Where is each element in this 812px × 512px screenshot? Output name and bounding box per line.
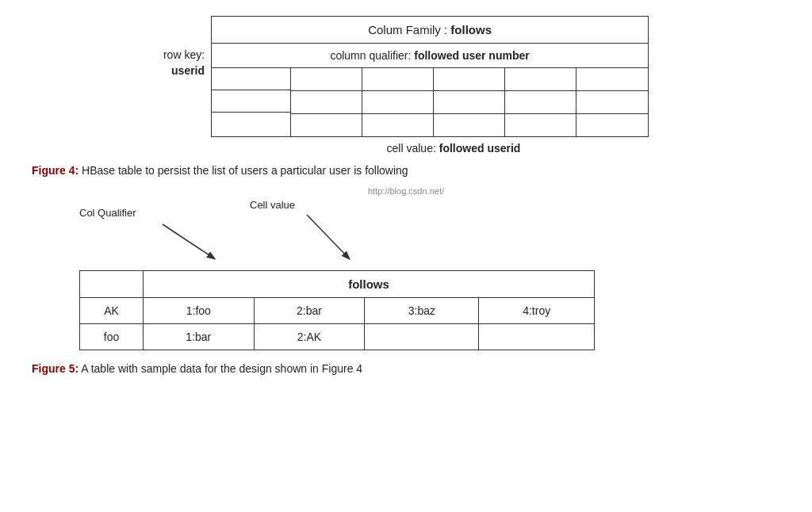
figure4-caption: Figure 4: HBase table to persist the lis… [32, 164, 780, 177]
watermark: http://blog.csdn.net/ [32, 186, 780, 196]
table2: follows AK 1:foo 2:bar 3:baz 4:troy foo … [79, 270, 595, 350]
row-key-text2: userid [171, 63, 205, 79]
follows-header: follows [144, 271, 595, 298]
col-qualifier-row: column qualifier: followed user number [212, 44, 648, 68]
figure5-text: A table with sample data for the design … [79, 362, 362, 375]
cell-value-bold: followed userid [439, 142, 521, 155]
cell-1bar: 1:bar [144, 324, 255, 350]
figure5-caption: Figure 5: A table with sample data for t… [32, 362, 780, 375]
diagram1: row key: userid Colum Family : follows c… [32, 16, 780, 155]
col-family-header: Colum Family : follows [212, 17, 648, 44]
cell-2ak: 2:AK [254, 324, 365, 350]
cell-empty1 [365, 324, 479, 350]
cell-2bar: 2:bar [254, 298, 365, 324]
table2-rowkey-header [80, 271, 144, 298]
cell-empty2 [479, 324, 595, 350]
figure5-label: Figure 5: [32, 362, 79, 375]
row-key-text1: row key: [163, 48, 205, 63]
annotation-arrows [79, 199, 396, 270]
cell-value-label: cell value: followed userid [387, 142, 521, 155]
svg-line-0 [163, 224, 214, 258]
col-family-name: follows [450, 23, 492, 36]
cell-1foo: 1:foo [144, 298, 255, 324]
row-key-ak: AK [80, 298, 144, 324]
row-key-label: row key: userid [163, 16, 211, 78]
col-qualifier-bold: followed user number [414, 49, 529, 62]
figure4-text: HBase table to persist the list of users… [79, 164, 408, 177]
svg-line-1 [307, 215, 349, 258]
table-row: foo 1:bar 2:AK [80, 324, 595, 350]
cell-4troy: 4:troy [479, 298, 595, 324]
annotation-area: Col Qualifier Cell value [79, 199, 780, 270]
row-key-foo: foo [80, 324, 144, 350]
table-row: AK 1:foo 2:bar 3:baz 4:troy [80, 298, 595, 324]
cell-3baz: 3:baz [365, 298, 479, 324]
figure4-label: Figure 4: [32, 164, 79, 177]
diagram2: Col Qualifier Cell value follows AK [32, 199, 780, 350]
